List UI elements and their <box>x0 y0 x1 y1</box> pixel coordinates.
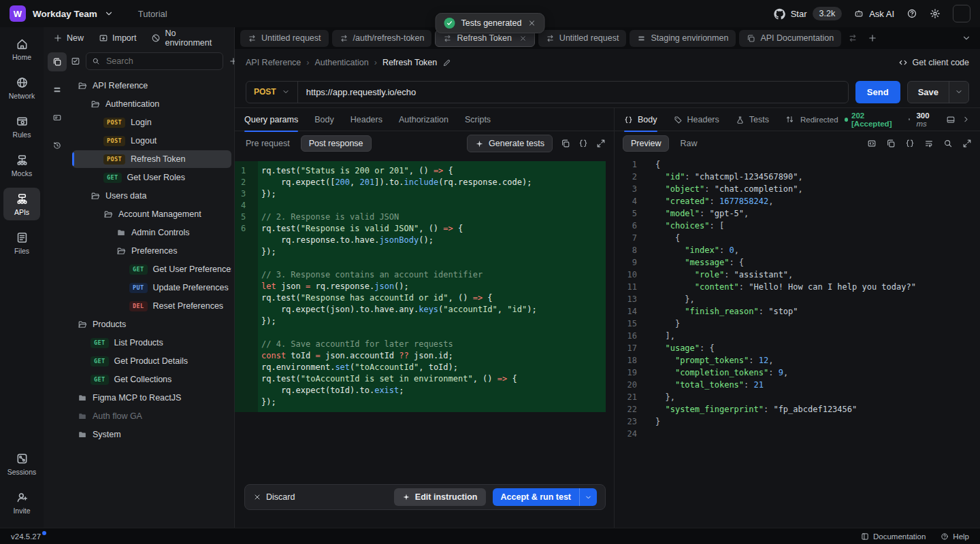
tab-query-params[interactable]: Query params <box>244 108 298 131</box>
editor-code[interactable]: rq.test("Status is 200 or 201", () => { … <box>258 161 606 412</box>
collapse-panel-icon[interactable] <box>962 115 970 124</box>
tab-response-tests[interactable]: Tests <box>736 108 769 131</box>
tree-item-get-product-details[interactable]: GETGet Product Details <box>72 352 231 370</box>
tree-item-system[interactable]: System <box>72 426 231 443</box>
format-braces-icon[interactable] <box>578 139 588 148</box>
rename-pencil-icon[interactable] <box>442 58 451 67</box>
mini-rail-collections[interactable] <box>48 52 67 71</box>
wrap-lines-icon[interactable] <box>924 139 934 148</box>
tree-item-preferences[interactable]: Preferences <box>72 242 231 260</box>
mini-rail-templates[interactable] <box>48 108 67 127</box>
strip-tab--auth-refresh-token[interactable]: /auth/refresh-token <box>332 30 432 47</box>
copy-script-icon[interactable] <box>561 139 570 148</box>
tree-item-logout[interactable]: POSTLogout <box>72 132 231 150</box>
tab-response-headers[interactable]: Headers <box>674 108 719 131</box>
tab-preview[interactable]: Preview <box>623 135 669 152</box>
search-input[interactable] <box>105 56 217 67</box>
tab-scripts[interactable]: Scripts <box>465 108 491 131</box>
copy-response-icon[interactable] <box>886 139 896 148</box>
expand-editor-icon[interactable] <box>596 139 606 148</box>
rail-item-rules[interactable]: Rules <box>3 110 40 143</box>
tab-pre-request[interactable]: Pre request <box>243 135 293 152</box>
checklist-icon[interactable] <box>71 56 80 66</box>
tree-item-figma-mcp-to-reactjs[interactable]: Figma MCP to ReactJS <box>72 389 231 407</box>
tree-item-login[interactable]: POSTLogin <box>72 114 231 131</box>
script-editor[interactable]: 123456 rq.test("Status is 200 or 201", (… <box>235 161 606 412</box>
ask-ai-button[interactable]: Ask AI <box>854 9 894 19</box>
tab-body[interactable]: Body <box>314 108 334 131</box>
tab-response-body[interactable]: Body <box>624 108 657 131</box>
new-tab-button[interactable] <box>864 33 881 43</box>
tab-headers[interactable]: Headers <box>350 108 382 131</box>
send-button[interactable]: Send <box>855 81 900 103</box>
tree-item-reset-preferences[interactable]: DELReset Preferences <box>72 297 231 315</box>
save-button[interactable]: Save <box>908 82 949 103</box>
toast-close-icon[interactable] <box>527 19 536 27</box>
rail-item-network[interactable]: Network <box>3 71 40 104</box>
method-select[interactable]: POST <box>246 82 298 103</box>
tree-item-auth-flow-ga[interactable]: Auth flow GA <box>72 407 231 425</box>
tree-item-admin-controls[interactable]: Admin Controls <box>72 224 231 241</box>
strip-tab-untitled-request[interactable]: Untitled request <box>240 30 329 47</box>
tab-overflow-button[interactable] <box>958 33 975 43</box>
save-dropdown-button[interactable] <box>949 82 968 103</box>
home-icon <box>16 37 29 50</box>
tree-item-list-products[interactable]: GETList Products <box>72 334 231 352</box>
strip-tab-staging-envirionmen[interactable]: Staging envirionmen <box>630 30 736 47</box>
mini-rail-environments[interactable] <box>48 80 67 99</box>
accept-dropdown-button[interactable] <box>579 488 597 506</box>
braces-icon[interactable] <box>905 139 915 148</box>
tree-item-users-data[interactable]: Users data <box>72 187 231 205</box>
settings-gear-icon[interactable] <box>930 8 941 19</box>
search-response-icon[interactable] <box>943 139 953 148</box>
rail-item-sessions[interactable]: Sessions <box>3 447 40 480</box>
tree-item-account-management[interactable]: Account Management <box>72 205 231 223</box>
rail-item-files[interactable]: Files <box>3 226 40 259</box>
breadcrumb-authentication[interactable]: Authentication <box>314 58 368 67</box>
breadcrumb-refresh-token[interactable]: Refresh Token <box>382 58 437 67</box>
tab-post-response[interactable]: Post response <box>301 135 372 152</box>
rail-item-mocks[interactable]: Mocks <box>3 149 40 182</box>
user-avatar[interactable] <box>953 5 970 22</box>
url-input[interactable] <box>298 87 848 97</box>
strip-tab-api-documentation[interactable]: API Documentation <box>739 30 841 47</box>
tree-item-refresh-token[interactable]: POSTRefresh Token <box>72 150 231 168</box>
tree-item-products[interactable]: Products <box>72 316 231 333</box>
rail-item-apis[interactable]: APIs <box>3 188 40 220</box>
github-star-button[interactable]: Star 3.2k <box>774 7 842 20</box>
accept-run-test-button[interactable]: Accept & run test <box>493 488 580 506</box>
rail-item-home[interactable]: Home <box>3 33 40 65</box>
get-client-code-button[interactable]: Get client code <box>898 58 969 67</box>
response-body[interactable]: 1234567891011131415161718192021222324 { … <box>615 156 980 528</box>
workspace-logo[interactable]: W <box>10 5 26 22</box>
discard-button[interactable]: Discard <box>253 492 295 502</box>
mock-box-icon[interactable] <box>867 139 877 148</box>
tree-item-get-collections[interactable]: GETGet Collections <box>72 371 231 388</box>
tab-raw[interactable]: Raw <box>677 135 700 152</box>
tree-item-api-reference[interactable]: API Reference <box>72 77 231 95</box>
expand-response-icon[interactable] <box>962 139 972 148</box>
generate-tests-button[interactable]: Generate tests <box>467 135 553 152</box>
help-icon[interactable] <box>906 8 917 19</box>
environment-selector[interactable]: No environment <box>151 29 225 48</box>
edit-instruction-button[interactable]: Edit instruction <box>394 488 486 506</box>
nav-tutorial[interactable]: Tutorial <box>138 9 167 19</box>
import-button[interactable]: Import <box>99 33 136 43</box>
tab-authorization[interactable]: Authorization <box>399 108 448 131</box>
workspace-name[interactable]: Workday Team <box>33 9 97 19</box>
tree-item-get-user-roles[interactable]: GETGet User Roles <box>72 169 231 186</box>
close-tab-icon[interactable] <box>519 35 527 42</box>
rail-item-invite[interactable]: Invite <box>3 486 40 519</box>
chevron-down-icon[interactable] <box>104 9 114 18</box>
strip-tab-untitled-request[interactable]: Untitled request <box>538 30 627 47</box>
tree-item-get-user-preferences[interactable]: GETGet User Preferences <box>72 260 231 278</box>
help-link[interactable]: Help <box>941 532 969 541</box>
tree-item-authentication[interactable]: Authentication <box>72 95 231 113</box>
dock-layout-icon[interactable] <box>946 115 956 124</box>
method-badge-post: POST <box>103 118 125 128</box>
mini-rail-history[interactable] <box>48 136 67 155</box>
breadcrumb-api-reference[interactable]: API Reference <box>246 58 301 67</box>
documentation-link[interactable]: Documentation <box>861 532 926 541</box>
tree-item-update-preferences[interactable]: PUTUpdate Preferences <box>72 279 231 296</box>
new-button[interactable]: New <box>53 33 84 43</box>
